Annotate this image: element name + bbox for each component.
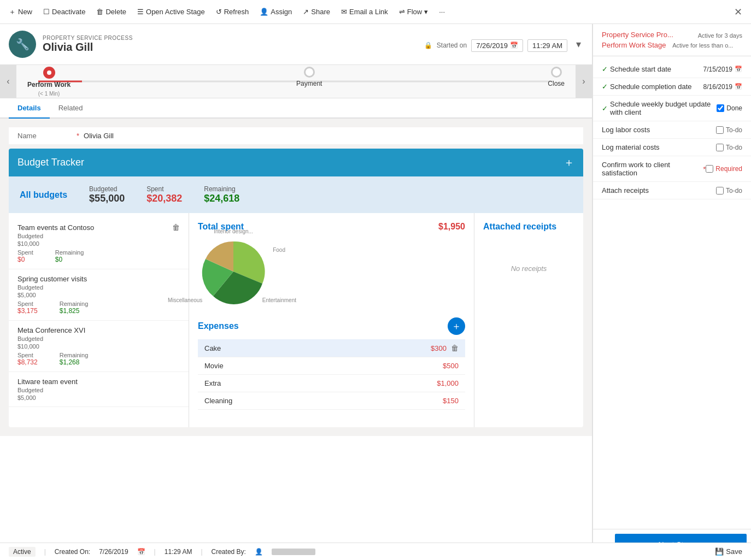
budget-item-spent-label-1: Spent: [17, 300, 38, 307]
budget-item-name-1: Spring customer visits: [17, 275, 87, 283]
budget-item-1[interactable]: Spring customer visits Budgeted $5,000 S…: [9, 269, 189, 321]
budget-item-spent-col-2: Spent $8,732: [17, 352, 38, 366]
rp-checkbox-6[interactable]: [716, 187, 724, 194]
refresh-button[interactable]: ↺ Refresh: [212, 5, 254, 18]
expense-row-2[interactable]: Extra $1,000: [198, 375, 465, 392]
email-link-label: Email a Link: [349, 8, 388, 16]
delete-button[interactable]: 🗑 Delete: [92, 5, 131, 18]
save-button[interactable]: 💾 Save: [715, 547, 742, 556]
open-active-stage-button[interactable]: ☰ Open Active Stage: [133, 5, 209, 18]
rp-record-link[interactable]: Property Service Pro...: [602, 31, 673, 39]
name-field-row: Name * Olivia Gill: [9, 127, 583, 144]
rp-checkbox-5[interactable]: [706, 165, 713, 173]
expenses-label: Expenses: [198, 321, 239, 331]
rp-field-value-4: To-do: [716, 144, 742, 151]
stage-track: Perform Work (< 1 Min) Payment Close: [16, 65, 576, 98]
budget-item-budgeted-label-2: Budgeted: [17, 335, 180, 342]
avatar-icon: 🔧: [16, 38, 30, 51]
content-area: Name * Olivia Gill Budget Tracker ＋ All …: [0, 119, 592, 436]
rp-record-status: Active for 3 days: [698, 32, 742, 39]
spent-stat: Spent $20,382: [146, 185, 182, 204]
flow-button[interactable]: ⇌ Flow ▾: [395, 5, 432, 18]
created-by-value: [272, 549, 315, 555]
left-panel: 🔧 PROPERTY SERVICE PROCESS Olivia Gill 🔒…: [0, 24, 592, 560]
budget-item-3[interactable]: Litware team event Budgeted $5,000: [9, 372, 189, 407]
time-field[interactable]: 11:29 AM: [527, 39, 567, 52]
expenses-header: Expenses ＋: [198, 317, 465, 335]
budget-item-remaining-col-0: Remaining $0: [55, 249, 84, 263]
budget-tracker-add-button[interactable]: ＋: [564, 155, 574, 170]
share-button[interactable]: ↗ Share: [298, 5, 335, 18]
budget-item-budgeted-1: $5,000: [17, 292, 180, 298]
created-by-icon: 👤: [255, 548, 263, 556]
expense-delete-0[interactable]: 🗑: [451, 344, 459, 352]
stages: Perform Work (< 1 Min) Payment Close: [27, 67, 565, 97]
budgeted-label: Budgeted: [89, 185, 125, 193]
budget-item-2[interactable]: Meta Conference XVI Budgeted $10,000 Spe…: [9, 321, 189, 372]
status-separator-2: |: [154, 548, 156, 556]
flow-label: Flow: [407, 8, 422, 16]
expense-row-1[interactable]: Movie $500: [198, 357, 465, 375]
rp-date-icon-1: 📅: [735, 83, 742, 90]
pie-chart: Interior design... Food Entertainment Mi…: [198, 236, 269, 309]
tab-details[interactable]: Details: [9, 98, 50, 119]
rp-date-icon-0: 📅: [735, 66, 742, 73]
rp-checkbox-4[interactable]: [716, 144, 724, 151]
budget-item-remaining-label-2: Remaining: [60, 352, 89, 358]
header-expand-button[interactable]: ▾: [574, 36, 583, 52]
rp-field-label-0: ✓ Schedule start date: [602, 65, 703, 73]
started-on-label: Started on: [437, 42, 467, 49]
budget-item-remaining-col-1: Remaining $1,825: [60, 300, 89, 315]
budget-item-spent-col-0: Spent $0: [17, 249, 33, 263]
expense-row-3[interactable]: Cleaning $150: [198, 392, 465, 410]
rp-field-schedule-completion: ✓ Schedule completion date 8/16/2019 📅: [593, 78, 751, 96]
pie-label-misc: Miscellaneous: [168, 297, 202, 303]
budget-item-budgeted-3: $5,000: [17, 394, 180, 401]
email-link-button[interactable]: ✉ Email a Link: [337, 5, 392, 18]
expenses-table: Cake $300 🗑 Movie $500: [198, 339, 465, 410]
rp-checkbox-3[interactable]: [716, 126, 724, 134]
date-field[interactable]: 7/26/2019 📅: [471, 39, 523, 52]
stage-label-0: Perform Work: [27, 81, 71, 89]
rp-checkbox-label-2: Done: [726, 104, 742, 112]
budget-item-delete-0[interactable]: 🗑: [172, 223, 180, 232]
name-field-value: Olivia Gill: [84, 132, 114, 140]
rp-field-label-2: ✓ Schedule weekly budget update with cli…: [602, 100, 717, 116]
rp-field-label-4: Log material costs: [602, 143, 716, 151]
stage-item-perform-work[interactable]: Perform Work (< 1 Min): [27, 67, 71, 97]
stage-item-payment[interactable]: Payment: [296, 67, 322, 97]
rp-field-label-1: ✓ Schedule completion date: [602, 82, 703, 91]
stage-item-close[interactable]: Close: [548, 67, 565, 97]
rp-stage-link[interactable]: Perform Work Stage: [602, 41, 666, 49]
budget-item-spent-0: $0: [17, 256, 33, 263]
rp-checkbox-label-5: Required: [715, 165, 742, 173]
status-bar: Active | Created On: 7/26/2019 📅 | 11:29…: [0, 543, 751, 560]
expense-amount-3: $150: [443, 397, 459, 405]
record-type: PROPERTY SERVICE PROCESS: [43, 35, 418, 41]
rp-field-budget-update: ✓ Schedule weekly budget update with cli…: [593, 96, 751, 121]
expense-row-0[interactable]: Cake $300 🗑: [198, 339, 465, 357]
created-by-label: Created By:: [212, 548, 246, 556]
rp-tasks: ✓ Schedule start date 7/15/2019 📅 ✓ Sche…: [593, 56, 751, 204]
deactivate-button[interactable]: ☐ Deactivate: [39, 5, 90, 18]
tab-related[interactable]: Related: [50, 98, 92, 119]
stage-prev-button[interactable]: ‹: [0, 65, 16, 98]
expense-amount-2: $1,000: [437, 379, 459, 387]
remaining-stat: Remaining $24,618: [204, 185, 239, 204]
assign-button[interactable]: 👤 Assign: [255, 5, 296, 18]
stage-next-button[interactable]: ›: [576, 65, 592, 98]
close-button[interactable]: ✕: [730, 4, 747, 20]
new-button[interactable]: ＋ New: [4, 5, 37, 19]
expense-name-3: Cleaning: [204, 397, 232, 405]
more-button[interactable]: ···: [435, 5, 449, 18]
add-expense-button[interactable]: ＋: [448, 317, 465, 335]
date-value: 7/26/2019: [476, 42, 508, 50]
rp-checkbox-2[interactable]: [717, 104, 724, 112]
rp-field-value-2: Done: [717, 104, 742, 112]
record-header: 🔧 PROPERTY SERVICE PROCESS Olivia Gill 🔒…: [0, 24, 592, 65]
all-budgets-label[interactable]: All budgets: [20, 190, 67, 200]
rp-field-label-5: Confirm work to client satisfaction *: [602, 161, 706, 177]
stage-sublabel-0: (< 1 Min): [38, 91, 60, 97]
budget-item-0[interactable]: Team events at Contoso 🗑 Budgeted $10,00…: [9, 217, 189, 269]
record-meta: 🔒 Started on 7/26/2019 📅 11:29 AM: [424, 39, 567, 52]
